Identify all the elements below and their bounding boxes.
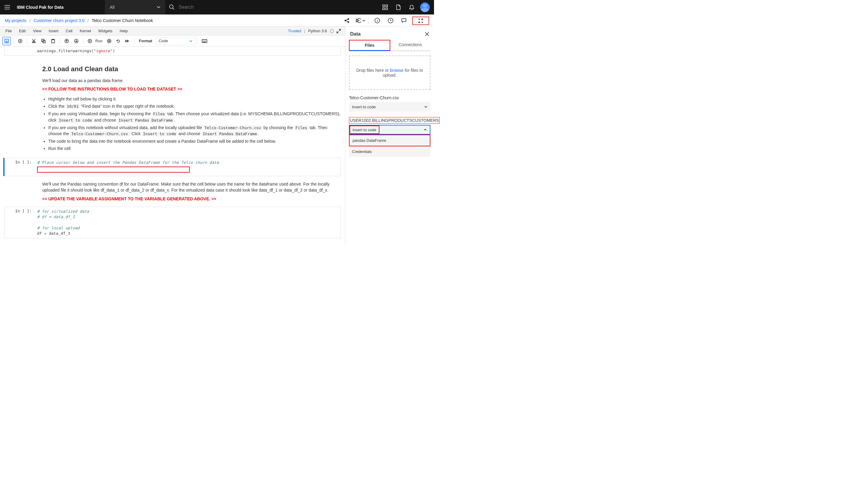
jobs-button[interactable] xyxy=(354,14,366,27)
browse-link[interactable]: browse xyxy=(390,68,404,73)
code-cell-fragment[interactable]: warnings.filterwarnings("ignore") xyxy=(4,47,341,56)
run-label[interactable]: Run xyxy=(95,39,104,43)
arrow-down-icon xyxy=(74,39,79,43)
history-button[interactable] xyxy=(384,14,397,27)
svg-point-18 xyxy=(32,42,33,43)
paste-button[interactable] xyxy=(49,37,57,45)
run-button[interactable] xyxy=(86,37,94,45)
paragraph: We'll use the Pandas naming convention d… xyxy=(42,180,341,194)
cell-type-selector[interactable]: Code xyxy=(156,37,195,45)
plus-icon xyxy=(18,39,22,43)
cut-button[interactable] xyxy=(30,37,38,45)
move-up-button[interactable] xyxy=(62,37,71,45)
menu-insert[interactable]: Insert xyxy=(45,27,62,34)
kernel-indicator-icon xyxy=(330,29,334,33)
top-header: IBM Cloud Pak for Data All xyxy=(0,0,434,14)
cell-prompt: In [ ]: xyxy=(4,207,35,238)
product-name: IBM Cloud Pak for Data xyxy=(14,5,105,10)
scope-label: All xyxy=(110,5,115,10)
notebook-area: FileEditViewInsertCellKernelWidgetsHelp … xyxy=(0,27,345,245)
user-avatar-button[interactable] xyxy=(418,0,432,14)
menu-kernel[interactable]: Kernel xyxy=(76,27,94,34)
sub-header-actions xyxy=(341,14,429,27)
menu-view[interactable]: View xyxy=(30,27,44,34)
svg-point-16 xyxy=(6,41,7,42)
breadcrumb-root[interactable]: My projects xyxy=(5,18,27,23)
list-item: Click the 10/01 "Find data" icon in the … xyxy=(48,102,341,110)
move-down-button[interactable] xyxy=(72,37,81,45)
global-search[interactable] xyxy=(165,4,378,10)
scope-selector[interactable]: All xyxy=(105,0,165,14)
menu-cell[interactable]: Cell xyxy=(63,27,75,34)
notebook-toolbar: Run Format Code xyxy=(0,36,345,47)
save-icon xyxy=(4,39,9,43)
keyboard-button[interactable] xyxy=(200,37,209,45)
hamburger-menu[interactable] xyxy=(0,5,14,9)
instruction-callout: << FOLLOW THE INSTRUCTIONS BELOW TO LOAD… xyxy=(42,85,341,93)
restart-button[interactable] xyxy=(114,37,122,45)
keyboard-icon xyxy=(202,39,207,43)
share-icon xyxy=(344,18,349,23)
breadcrumb-separator: / xyxy=(30,18,31,23)
markdown-cell[interactable]: 2.0 Load and Clean data We'll load our d… xyxy=(0,58,345,155)
stop-icon xyxy=(107,39,111,43)
menu-widgets[interactable]: Widgets xyxy=(95,27,116,34)
chevron-down-icon xyxy=(189,40,192,42)
code-cell-active[interactable]: In [ ]: # Place cursor below and insert … xyxy=(3,158,341,176)
find-data-button[interactable] xyxy=(412,17,429,25)
info-button[interactable] xyxy=(371,14,383,27)
code-editor[interactable]: # Place cursor below and insert the Pand… xyxy=(35,158,341,176)
file-name-label: USER1002.BILLINGPRODUCTSCUSTOMERS xyxy=(349,117,440,124)
grid-icon-button[interactable] xyxy=(378,0,392,14)
panel-title: Data xyxy=(350,31,361,37)
list-item: The code to bring the data into the note… xyxy=(48,137,341,145)
tab-files[interactable]: Files xyxy=(349,40,390,51)
code-cell[interactable]: In [ ]: # for virtualized data # df = da… xyxy=(4,207,341,238)
trusted-label[interactable]: Trusted xyxy=(288,29,301,33)
restart-run-all-button[interactable] xyxy=(123,37,131,45)
menu-help[interactable]: Help xyxy=(117,27,131,34)
option-credentials[interactable]: Credentials xyxy=(349,146,430,157)
kernel-name[interactable]: Python 3.6 xyxy=(308,29,327,33)
fast-forward-icon xyxy=(125,39,129,43)
markdown-cell[interactable]: We'll use the Pandas naming convention d… xyxy=(0,179,345,204)
notifications-button[interactable] xyxy=(405,0,418,14)
file-entry: USER1002.BILLINGPRODUCTSCUSTOMERS Insert… xyxy=(349,117,430,157)
chevron-down-icon xyxy=(424,106,427,108)
restart-icon xyxy=(116,39,120,43)
add-cell-button[interactable] xyxy=(16,37,25,45)
stop-button[interactable] xyxy=(105,37,114,45)
breadcrumb-project[interactable]: Customer churn project 3.0 xyxy=(33,18,85,23)
comment-icon xyxy=(401,18,407,23)
comment-button[interactable] xyxy=(398,14,410,27)
save-button[interactable] xyxy=(2,37,11,45)
list-item: Highlight the cell below by clicking it. xyxy=(48,95,341,102)
search-input[interactable] xyxy=(179,4,239,10)
hamburger-icon xyxy=(4,5,10,9)
menu-edit[interactable]: Edit xyxy=(16,27,29,34)
insert-to-code-dropdown[interactable]: Insert to code xyxy=(349,102,430,112)
play-icon xyxy=(88,39,92,43)
copy-button[interactable] xyxy=(39,37,48,45)
code-editor[interactable]: # for virtualized data # df = data_df_1 … xyxy=(35,207,341,238)
option-pandas-dataframe[interactable]: pandas DataFrame xyxy=(349,134,430,146)
copy-icon xyxy=(41,39,45,43)
svg-point-0 xyxy=(169,5,173,8)
tab-connections[interactable]: Connections xyxy=(390,40,430,51)
top-actions xyxy=(378,0,434,14)
insert-to-code-dropdown-open[interactable]: Insert to code xyxy=(349,125,430,134)
chevron-down-icon xyxy=(362,20,365,22)
chevron-up-icon xyxy=(424,129,427,131)
document-icon-button[interactable] xyxy=(392,0,405,14)
code-line: warnings.filterwarnings("ignore") xyxy=(37,49,115,53)
insert-options-list: pandas DataFrame Credentials xyxy=(349,134,430,157)
file-drop-zone[interactable]: Drop files here or browse for files to u… xyxy=(349,56,430,90)
share-button[interactable] xyxy=(341,14,353,27)
breadcrumb-current: Telco Customer Churn Notebook xyxy=(92,18,153,23)
cell-type-value: Code xyxy=(159,39,168,43)
close-panel-button[interactable] xyxy=(425,32,429,36)
expand-icon[interactable] xyxy=(337,29,341,33)
notebook-body[interactable]: warnings.filterwarnings("ignore") 2.0 Lo… xyxy=(0,47,345,245)
menu-file[interactable]: File xyxy=(2,27,15,34)
file-name-label: Telco-Customer-Churn.csv xyxy=(349,95,430,102)
